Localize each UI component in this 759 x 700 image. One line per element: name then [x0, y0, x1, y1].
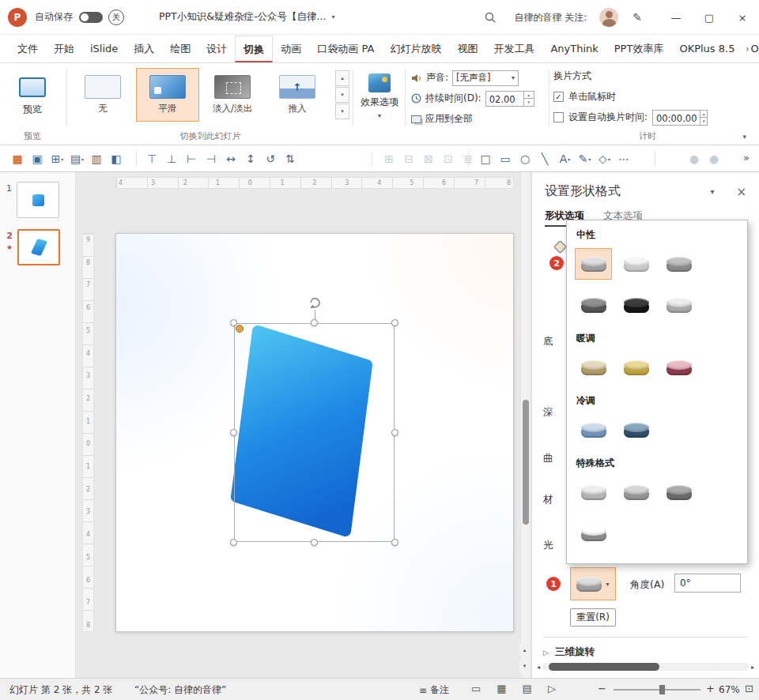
- transition-option[interactable]: 平滑: [136, 68, 199, 122]
- zoom-slider-thumb[interactable]: [659, 685, 665, 694]
- arrange-toolbar-icon[interactable]: ⊞: [380, 149, 399, 169]
- material-swatch[interactable]: [575, 517, 612, 549]
- material-swatch[interactable]: [660, 476, 697, 508]
- ribbon-tab[interactable]: 设计: [198, 36, 235, 62]
- document-title[interactable]: PPT小知识&疑难杂症-公众号【自律... ▾: [159, 10, 334, 24]
- transition-option[interactable]: 淡入/淡出: [201, 68, 264, 122]
- transition-option[interactable]: 无: [71, 68, 134, 122]
- duration-spinner[interactable]: 02.00 ▴▾: [485, 91, 534, 107]
- align-toolbar-icon[interactable]: ↕: [241, 149, 261, 169]
- resize-handle-sw[interactable]: [230, 539, 237, 546]
- gallery-more-button[interactable]: ▾: [335, 103, 349, 119]
- zoom-out-button[interactable]: −: [598, 683, 606, 694]
- shape-toolbar-icon[interactable]: □: [476, 149, 496, 169]
- ribbon-tab[interactable]: 开始: [46, 36, 82, 62]
- transition-option[interactable]: ↑ 推入: [266, 68, 329, 122]
- material-swatch[interactable]: [617, 476, 655, 508]
- gallery-scroll-down-button[interactable]: ▾: [335, 87, 349, 103]
- align-toolbar-icon[interactable]: ⊤: [142, 149, 162, 169]
- slide-thumbnail-frame[interactable]: [17, 229, 60, 265]
- avatar[interactable]: [599, 8, 618, 27]
- material-swatch[interactable]: [617, 248, 655, 280]
- minimize-button[interactable]: —: [659, 0, 693, 35]
- zoom-slider[interactable]: [614, 689, 700, 691]
- adjust-handle[interactable]: [236, 325, 244, 333]
- align-toolbar-icon[interactable]: ↺: [261, 149, 281, 169]
- panel-close-icon[interactable]: ×: [736, 185, 746, 199]
- view-mode-icon[interactable]: ▤: [523, 683, 532, 694]
- slide-thumbnail[interactable]: 2 ★: [0, 223, 75, 270]
- align-toolbar-icon[interactable]: ⊥: [162, 149, 182, 169]
- shape-toolbar-icon[interactable]: ⋯: [614, 149, 634, 169]
- shape-toolbar-icon[interactable]: ○: [515, 149, 535, 169]
- next-slide-button[interactable]: ▾: [519, 660, 530, 672]
- toolbar-icon[interactable]: ▦: [8, 149, 28, 169]
- shape-toolbar-icon[interactable]: A▾: [555, 149, 575, 169]
- on-click-checkbox[interactable]: ✓: [553, 92, 564, 102]
- arrange-toolbar-icon[interactable]: ⊠: [419, 149, 439, 169]
- resize-handle-ne[interactable]: [391, 319, 398, 326]
- ribbon-tab[interactable]: 插入: [126, 36, 162, 62]
- zoom-in-button[interactable]: +: [706, 683, 715, 694]
- slide-thumbnail-frame[interactable]: [17, 182, 59, 218]
- autosave-toggle[interactable]: [79, 12, 103, 23]
- material-swatch[interactable]: [617, 352, 655, 383]
- tabs-overflow-chevron-icon[interactable]: ›: [741, 36, 754, 62]
- reset-button[interactable]: 重置(R): [570, 608, 616, 627]
- resize-handle-s[interactable]: [311, 539, 318, 546]
- maximize-button[interactable]: ▢: [693, 0, 726, 35]
- panel-horizontal-scrollbar[interactable]: ◂ ▸: [537, 662, 754, 672]
- notes-button[interactable]: ≡ 备注: [419, 683, 449, 697]
- align-toolbar-icon[interactable]: ⇅: [281, 149, 300, 169]
- misc-toolbar-icon[interactable]: ●: [704, 149, 724, 169]
- material-swatch[interactable]: [575, 289, 612, 321]
- shape-selection[interactable]: [234, 323, 395, 542]
- on-mouse-click-row[interactable]: ✓ 单击鼠标时: [553, 88, 742, 106]
- material-swatch[interactable]: [575, 248, 612, 280]
- search-icon[interactable]: [484, 11, 497, 24]
- shape-toolbar-icon[interactable]: ◇▾: [595, 149, 614, 169]
- align-toolbar-icon[interactable]: ↔: [221, 149, 241, 169]
- collapse-ribbon-icon[interactable]: ▾: [742, 133, 746, 141]
- sound-dropdown[interactable]: [无声音] ▾: [452, 70, 519, 86]
- rotate-handle[interactable]: [307, 295, 323, 310]
- slide-thumbnail[interactable]: 1: [0, 175, 75, 223]
- rotation-section-header[interactable]: ▷ 三维旋转: [543, 637, 748, 659]
- scroll-right-icon[interactable]: ▸: [751, 664, 754, 671]
- align-toolbar-icon[interactable]: ⊢: [182, 149, 202, 169]
- material-swatch[interactable]: [575, 476, 612, 508]
- ribbon-tab[interactable]: iSlide: [82, 36, 126, 62]
- shape-toolbar-icon[interactable]: ╲: [535, 149, 555, 169]
- ribbon-tab[interactable]: 开发工具: [485, 36, 542, 62]
- material-swatch[interactable]: [660, 352, 697, 383]
- preview-button[interactable]: 预览: [8, 70, 57, 123]
- toolbar-icon[interactable]: ▣: [28, 149, 47, 169]
- fit-to-window-icon[interactable]: ⊡: [745, 683, 753, 694]
- ribbon-tab[interactable]: 视图: [449, 36, 485, 62]
- auto-advance-spinner[interactable]: 00:00.00 ▴▾: [652, 110, 708, 126]
- resize-handle-w[interactable]: [230, 429, 237, 436]
- resize-handle-e[interactable]: [391, 429, 398, 436]
- resize-handle-n[interactable]: [311, 319, 318, 326]
- resize-handle-se[interactable]: [391, 539, 398, 546]
- effect-options-button[interactable]: 效果选项 ▾: [357, 70, 402, 123]
- misc-toolbar-icon[interactable]: ●: [685, 149, 704, 169]
- ribbon-tab[interactable]: 动画: [273, 36, 309, 62]
- toolbar-icon[interactable]: ▥: [87, 149, 107, 169]
- ribbon-tab[interactable]: OKPlus 8.5: [671, 36, 742, 62]
- apply-to-all-button[interactable]: 应用到全部: [411, 110, 547, 128]
- view-mode-icon[interactable]: ▭: [471, 683, 481, 694]
- material-swatch[interactable]: [660, 289, 697, 321]
- shape-toolbar-icon[interactable]: ▭: [496, 149, 515, 169]
- align-toolbar-icon[interactable]: ⊣: [202, 149, 221, 169]
- panel-collapse-icon[interactable]: ▾: [710, 187, 714, 196]
- scrollbar-thumb[interactable]: [523, 400, 529, 525]
- toolbar-icon[interactable]: ◧: [107, 149, 126, 169]
- material-dropdown-button[interactable]: ▾: [570, 567, 616, 600]
- toolbar-overflow-icon[interactable]: »: [743, 152, 750, 164]
- scroll-thumb[interactable]: [549, 663, 659, 671]
- auto-advance-row[interactable]: 设置自动换片时间: 00:00.00 ▴▾: [553, 108, 742, 126]
- arrange-toolbar-icon[interactable]: ⊡: [439, 149, 459, 169]
- material-swatch[interactable]: [617, 414, 655, 446]
- toolbar-icon[interactable]: ▤▾: [67, 149, 87, 169]
